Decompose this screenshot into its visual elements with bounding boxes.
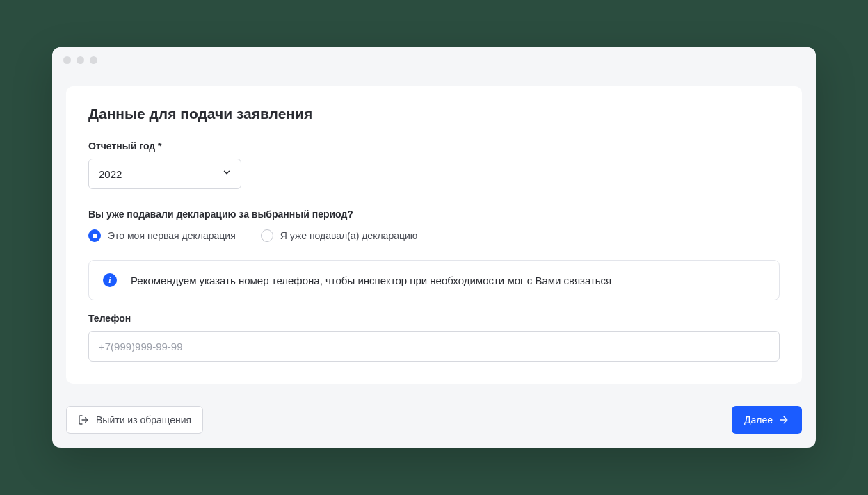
info-box: i Рекомендуем указать номер телефона, чт… bbox=[88, 260, 780, 300]
content-area: Данные для подачи заявления Отчетный год… bbox=[52, 72, 816, 398]
exit-button-label: Выйти из обращения bbox=[96, 414, 191, 425]
radio-label-already: Я уже подавал(а) декларацию bbox=[280, 230, 418, 241]
exit-button[interactable]: Выйти из обращения bbox=[66, 406, 203, 434]
radio-option-first-declaration[interactable]: Это моя первая декларация bbox=[88, 229, 236, 242]
window-control-close[interactable] bbox=[63, 56, 71, 64]
radio-indicator-selected bbox=[88, 229, 101, 242]
exit-icon bbox=[78, 414, 89, 425]
declaration-radio-group: Это моя первая декларация Я уже подавал(… bbox=[88, 229, 780, 242]
year-select-wrapper: 2022 bbox=[88, 159, 241, 189]
form-card: Данные для подачи заявления Отчетный год… bbox=[66, 86, 802, 384]
page-title: Данные для подачи заявления bbox=[88, 106, 780, 122]
year-label: Отчетный год * bbox=[88, 140, 780, 152]
next-button[interactable]: Далее bbox=[732, 406, 802, 434]
arrow-right-icon bbox=[778, 414, 789, 425]
info-text: Рекомендуем указать номер телефона, чтоб… bbox=[131, 275, 611, 286]
radio-option-already-submitted[interactable]: Я уже подавал(а) декларацию bbox=[261, 229, 418, 242]
info-icon: i bbox=[103, 273, 117, 287]
window-control-maximize[interactable] bbox=[90, 56, 97, 64]
year-select[interactable]: 2022 bbox=[88, 159, 241, 189]
radio-indicator-unselected bbox=[261, 229, 273, 242]
declaration-question-label: Вы уже подавали декларацию за выбранный … bbox=[88, 209, 780, 220]
phone-label: Телефон bbox=[88, 313, 780, 324]
next-button-label: Далее bbox=[744, 414, 773, 425]
window-control-minimize[interactable] bbox=[77, 56, 84, 64]
app-window: Данные для подачи заявления Отчетный год… bbox=[52, 47, 816, 448]
footer-actions: Выйти из обращения Далее bbox=[52, 398, 816, 448]
phone-input[interactable] bbox=[88, 331, 780, 362]
radio-label-first: Это моя первая декларация bbox=[108, 230, 236, 241]
window-titlebar bbox=[52, 47, 816, 72]
